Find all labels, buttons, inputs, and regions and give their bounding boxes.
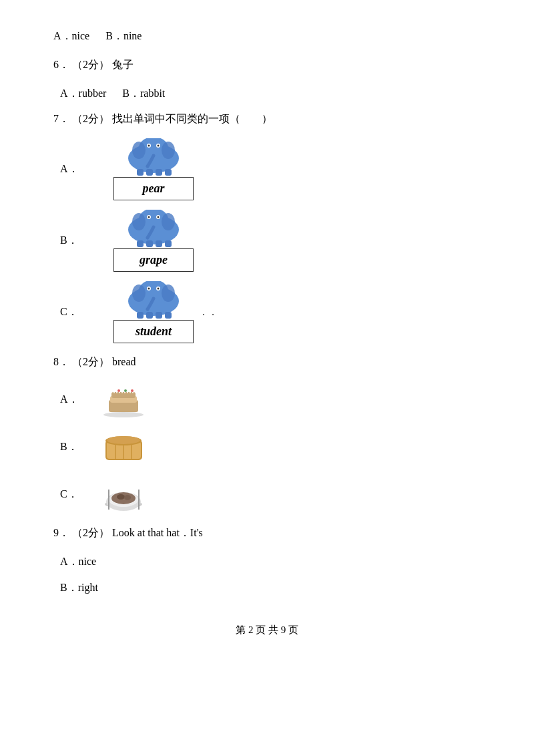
q7-option-c-extra: ．． bbox=[199, 307, 218, 319]
bread-icon bbox=[102, 430, 146, 463]
svg-point-55 bbox=[124, 495, 131, 500]
svg-rect-23 bbox=[165, 240, 172, 247]
q6-title: 6． （2分） 兔子 bbox=[53, 55, 481, 75]
q9-option-a: A．nice bbox=[60, 552, 481, 572]
q7-option-b-word: grape bbox=[113, 248, 194, 272]
elephant-c-icon bbox=[122, 281, 186, 320]
svg-point-18 bbox=[132, 213, 146, 230]
q7-option-c-card: student bbox=[113, 281, 194, 343]
q8-option-b-image bbox=[100, 429, 147, 465]
svg-point-7 bbox=[162, 142, 175, 159]
q7-option-b: B． grape bbox=[60, 210, 481, 272]
q5-option-a: A．nice B．nine bbox=[53, 27, 481, 46]
svg-rect-22 bbox=[156, 240, 162, 247]
svg-rect-39 bbox=[111, 392, 136, 398]
q8-option-a-image bbox=[100, 381, 147, 418]
svg-rect-20 bbox=[137, 240, 144, 247]
q6-options: A．rubber B．rabbit bbox=[60, 84, 481, 104]
cake-icon bbox=[102, 381, 146, 418]
q8-option-b: B． bbox=[60, 429, 481, 465]
q9-title: 9． （2分） Look at that hat．It's bbox=[53, 524, 481, 543]
q8-option-c-image bbox=[100, 476, 147, 513]
svg-point-19 bbox=[162, 213, 175, 230]
q7-option-c: C． student ．． bbox=[60, 281, 481, 343]
svg-point-17 bbox=[157, 216, 159, 218]
svg-rect-9 bbox=[146, 169, 153, 176]
q9-option-b: B．right bbox=[60, 578, 481, 598]
svg-rect-11 bbox=[165, 169, 172, 176]
plate-icon bbox=[102, 476, 146, 513]
svg-rect-8 bbox=[137, 169, 144, 176]
svg-rect-33 bbox=[146, 312, 153, 319]
q7-option-c-label: C． bbox=[60, 305, 80, 319]
svg-point-42 bbox=[131, 389, 134, 392]
q7-option-c-word: student bbox=[113, 320, 194, 343]
q8-option-a-label: A． bbox=[60, 393, 80, 407]
svg-point-54 bbox=[117, 494, 125, 500]
svg-rect-10 bbox=[156, 169, 162, 176]
svg-point-29 bbox=[157, 288, 159, 290]
svg-point-49 bbox=[107, 436, 140, 444]
svg-point-36 bbox=[103, 412, 144, 417]
svg-point-3 bbox=[148, 145, 150, 147]
q8-option-c: C． bbox=[60, 476, 481, 513]
q7-option-a: A． pear bbox=[60, 138, 481, 200]
q7-option-a-word: pear bbox=[113, 177, 194, 200]
svg-point-30 bbox=[132, 285, 146, 302]
q8-option-b-label: B． bbox=[60, 440, 80, 454]
elephant-b-icon bbox=[122, 210, 186, 248]
q8-option-c-label: C． bbox=[60, 488, 80, 502]
q8-title: 8． （2分） bread bbox=[53, 353, 481, 372]
svg-rect-35 bbox=[165, 312, 172, 319]
svg-point-15 bbox=[148, 216, 150, 218]
svg-rect-21 bbox=[146, 240, 153, 247]
svg-point-41 bbox=[124, 389, 127, 392]
elephant-a-icon bbox=[122, 138, 186, 177]
q7-option-b-label: B． bbox=[60, 234, 80, 248]
svg-point-6 bbox=[132, 142, 146, 159]
q7-option-b-card: grape bbox=[113, 210, 194, 272]
svg-point-27 bbox=[148, 288, 150, 290]
svg-rect-32 bbox=[137, 312, 144, 319]
q8-option-a: A． bbox=[60, 381, 481, 418]
q7-title: 7． （2分） 找出单词中不同类的一项（ ） bbox=[53, 110, 481, 129]
q7-option-a-label: A． bbox=[60, 162, 80, 176]
svg-point-5 bbox=[157, 145, 159, 147]
svg-point-40 bbox=[117, 389, 120, 392]
svg-point-31 bbox=[162, 285, 175, 302]
svg-rect-34 bbox=[156, 312, 162, 319]
page-footer: 第 2 页 共 9 页 bbox=[53, 624, 481, 636]
q7-option-a-card: pear bbox=[113, 138, 194, 200]
